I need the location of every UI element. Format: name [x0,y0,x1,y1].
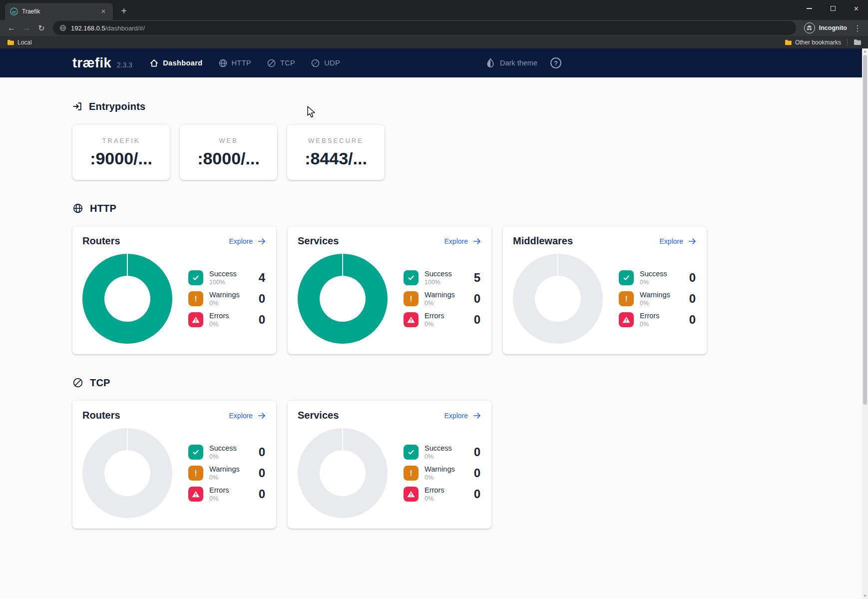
tab-close-icon[interactable]: ✕ [99,7,108,16]
scroll-down-icon[interactable]: ▼ [864,593,867,599]
dark-theme-toggle[interactable]: Dark theme [485,58,537,68]
error-icon [404,487,419,502]
card-title: Services [298,410,339,421]
stat-count: 0 [689,292,696,306]
stat-percentage: 0% [209,300,253,307]
scroll-up-icon[interactable]: ▲ [864,48,867,54]
stat-count: 0 [474,487,480,501]
error-icon [188,312,203,327]
traefik-logo[interactable]: træfik [72,55,111,71]
udp-icon [311,58,320,68]
tcp-cards: Routers Explore Success0% 0 [72,401,868,529]
section-title: TCP [90,377,110,389]
error-icon [619,312,634,327]
entrypoints-icon [72,101,82,111]
errors-stat-row: Errors0% 0 [188,312,265,328]
scrollbar-thumb[interactable] [863,55,867,405]
stat-label: Warnings [209,291,253,299]
incognito-label: Incognito [819,24,847,31]
new-tab-button[interactable]: + [117,4,131,18]
nav-udp[interactable]: UDP [311,58,340,68]
stat-count: 0 [474,313,480,327]
folder-icon [7,39,14,45]
http-cards: Routers Explore Success100% 4 [72,226,868,354]
stat-percentage: 100% [209,279,253,286]
home-icon [149,58,159,68]
success-icon [188,445,203,460]
http-middlewares-card: Middlewares Explore Success0% 0 [503,226,707,354]
arrow-right-icon [472,411,481,420]
explore-label: Explore [229,237,253,245]
address-bar[interactable]: 192.168.0.5/dashboard/#/ [53,21,796,35]
folder-icon [785,39,792,45]
donut-chart [298,254,388,344]
stat-count: 0 [689,271,696,285]
stat-count: 0 [689,313,696,327]
explore-link[interactable]: Explore [660,237,697,246]
stat-label: Success [640,270,683,278]
help-button[interactable]: ? [550,57,561,68]
explore-label: Explore [444,237,468,245]
stat-label: Warnings [425,465,468,473]
explore-label: Explore [444,412,468,420]
traefik-favicon: æ [10,7,18,15]
incognito-badge: Incognito [804,22,847,33]
window-close-button[interactable]: ✕ [845,0,868,17]
stat-label: Success [209,444,253,452]
tcp-icon [72,377,83,388]
errors-stat-row: Errors0% 0 [404,486,480,502]
warnings-stat-row: Warnings0% 0 [404,465,480,481]
stat-percentage: 0% [425,321,468,328]
tcp-icon [267,58,276,68]
version-label: 2.3.3 [117,61,132,69]
other-bookmarks[interactable]: Other bookmarks [785,39,841,46]
bookmark-local[interactable]: Local [7,39,32,46]
back-button[interactable]: ← [4,21,19,35]
entrypoints-section-head: Entrypoints [72,100,868,112]
stat-percentage: 0% [209,453,253,460]
success-icon [404,445,419,460]
bookmarks-folder-icon[interactable] [854,39,861,45]
url-host: 192.168.0.5 [71,24,105,32]
explore-link[interactable]: Explore [444,411,481,420]
browser-menu-button[interactable]: ⋮ [851,21,864,35]
window-maximize-button[interactable] [821,0,845,17]
card-title: Middlewares [513,235,573,247]
url-path: /dashboard/#/ [105,24,145,32]
stat-label: Warnings [425,291,468,299]
window-minimize-button[interactable] [798,0,821,17]
entrypoint-port: :9000/... [90,149,152,168]
globe-icon [59,24,66,31]
entrypoint-port: :8443/... [305,149,367,168]
reload-button[interactable]: ↻ [34,21,49,35]
svg-text:æ: æ [12,9,16,14]
warnings-stat-row: Warnings0% 0 [619,291,696,307]
explore-label: Explore [229,412,253,420]
forward-button[interactable]: → [19,21,34,35]
explore-link[interactable]: Explore [229,237,266,246]
page-scrollbar[interactable]: ▲ ▼ [862,48,868,599]
explore-link[interactable]: Explore [444,237,481,246]
entrypoint-name: WEBSECURE [308,137,364,144]
http-services-card: Services Explore Success100% 5 [288,226,491,354]
http-section: HTTP Routers Explore Succes [72,202,868,354]
success-icon [188,270,203,285]
donut-chart [82,428,172,518]
stat-count: 0 [259,466,265,480]
http-routers-card: Routers Explore Success100% 4 [72,226,276,354]
nav-dashboard[interactable]: Dashboard [149,58,202,68]
entrypoint-card-web: WEB :8000/... [180,125,277,180]
stat-percentage: 0% [425,474,468,481]
stat-percentage: 0% [640,321,683,328]
stat-percentage: 0% [425,300,468,307]
http-section-head: HTTP [72,202,868,214]
explore-link[interactable]: Explore [229,411,266,420]
card-title: Routers [82,410,120,421]
browser-tab[interactable]: æ Traefik ✕ [5,3,113,20]
globe-icon [72,203,83,214]
header-right: Dark theme ? [485,57,561,68]
nav-tcp[interactable]: TCP [267,58,295,68]
donut-chart [513,254,603,344]
tcp-section-head: TCP [72,377,868,389]
nav-http[interactable]: HTTP [218,58,251,68]
